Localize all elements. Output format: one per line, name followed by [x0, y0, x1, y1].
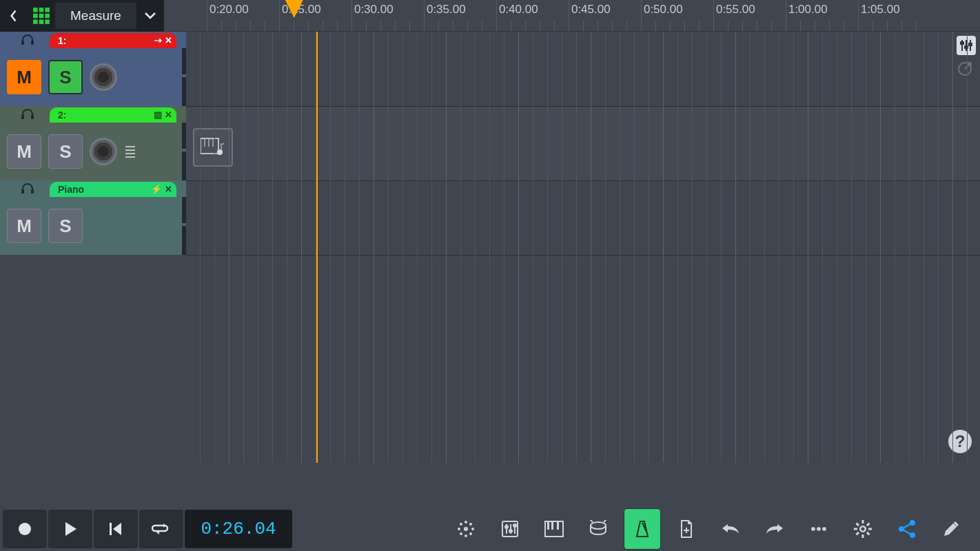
- svg-rect-8: [45, 19, 50, 23]
- close-icon[interactable]: ✕: [165, 184, 172, 194]
- svg-rect-17: [21, 189, 24, 194]
- svg-rect-12: [31, 115, 34, 119]
- hub-button[interactable]: [448, 509, 484, 549]
- ruler-tick-label: 0:50.00: [644, 3, 683, 17]
- svg-rect-27: [961, 42, 963, 44]
- headphones-icon[interactable]: [21, 183, 34, 195]
- fx-button[interactable]: [957, 59, 976, 79]
- headphones-icon[interactable]: [21, 34, 34, 46]
- svg-point-41: [460, 532, 462, 535]
- drum-button[interactable]: [580, 509, 616, 549]
- piano-keys-icon: ▥: [154, 110, 162, 120]
- svg-rect-53: [557, 521, 559, 530]
- svg-point-42: [469, 523, 472, 526]
- svg-rect-29: [969, 43, 972, 45]
- snap-mode-dropdown[interactable]: [136, 0, 164, 32]
- svg-point-47: [505, 526, 508, 528]
- solo-button[interactable]: S: [48, 134, 83, 169]
- svg-rect-7: [39, 19, 44, 23]
- midi-clip[interactable]: [193, 128, 233, 167]
- track-sidebar: 1: ⇢ ✕ M S: [0, 32, 186, 507]
- play-button[interactable]: [48, 510, 92, 548]
- svg-rect-10: [31, 41, 34, 45]
- svg-line-75: [904, 530, 910, 534]
- transport-bar: 0:26.04: [0, 507, 980, 551]
- svg-point-49: [513, 524, 516, 527]
- grid-snap-button[interactable]: [28, 0, 55, 32]
- svg-point-34: [464, 527, 468, 531]
- settings-button[interactable]: [845, 509, 881, 549]
- svg-rect-18: [31, 189, 34, 194]
- snap-mode-label[interactable]: Measure: [55, 3, 136, 29]
- svg-rect-19: [201, 138, 218, 154]
- track-2-number: 2:: [58, 110, 66, 121]
- time-display[interactable]: 0:26.04: [185, 510, 292, 548]
- svg-rect-6: [33, 19, 38, 23]
- solo-button[interactable]: S: [48, 60, 83, 94]
- ruler-tick-label: 0:35.00: [427, 3, 466, 17]
- mixer-button[interactable]: [957, 36, 976, 55]
- svg-point-61: [817, 527, 821, 531]
- playhead-line[interactable]: [316, 32, 318, 463]
- svg-rect-64: [862, 534, 864, 538]
- share-button[interactable]: [889, 509, 925, 549]
- headphones-icon[interactable]: [21, 108, 34, 121]
- record-button[interactable]: [3, 510, 47, 548]
- svg-rect-2: [45, 8, 50, 12]
- record-arm-button[interactable]: [90, 138, 117, 165]
- track-1[interactable]: 1: ⇢ ✕ M S: [0, 32, 186, 106]
- plug-icon: ⚡: [151, 184, 162, 194]
- notes-list-icon[interactable]: [124, 144, 136, 159]
- metronome-button[interactable]: [624, 509, 660, 549]
- loop-button[interactable]: [139, 510, 183, 548]
- svg-point-37: [458, 528, 460, 530]
- svg-point-39: [460, 523, 462, 526]
- svg-rect-68: [866, 532, 870, 536]
- mute-button[interactable]: M: [7, 60, 41, 94]
- svg-line-55: [590, 520, 593, 522]
- svg-rect-69: [866, 523, 870, 527]
- mute-button[interactable]: M: [7, 209, 41, 243]
- add-track-button[interactable]: [668, 509, 704, 549]
- track-3-name: Piano: [58, 184, 84, 195]
- ruler-tick-label: 0:55.00: [716, 3, 755, 17]
- track-2-tab[interactable]: 2: ▥ ✕: [50, 107, 176, 123]
- track-2[interactable]: 2: ▥ ✕ M S: [0, 106, 186, 180]
- timeline-ruler[interactable]: 0:20.000:25.000:30.000:35.000:40.000:45.…: [164, 0, 980, 32]
- svg-point-40: [469, 532, 472, 535]
- top-bar: Measure 0:20.000:25.000:30.000:35.000:40…: [0, 0, 980, 32]
- svg-rect-70: [855, 532, 859, 536]
- solo-button[interactable]: S: [48, 209, 83, 243]
- svg-rect-67: [855, 523, 859, 527]
- edit-tool-button[interactable]: [933, 509, 969, 549]
- svg-rect-63: [862, 520, 864, 523]
- svg-point-35: [465, 521, 467, 523]
- mute-button[interactable]: M: [7, 134, 41, 169]
- svg-rect-66: [868, 528, 872, 530]
- audio-wave-icon: ⇢: [154, 35, 162, 45]
- keyboard-button[interactable]: [536, 509, 572, 549]
- redo-button[interactable]: [757, 509, 793, 549]
- mixer-tool-button[interactable]: [492, 509, 528, 549]
- arrangement-grid[interactable]: ?: [186, 32, 980, 507]
- track-3[interactable]: Piano ⚡ ✕ M S: [0, 180, 186, 255]
- svg-rect-4: [39, 14, 44, 19]
- rewind-button[interactable]: [94, 510, 138, 548]
- record-arm-button[interactable]: [90, 63, 117, 91]
- undo-button[interactable]: [713, 509, 748, 549]
- svg-rect-11: [21, 115, 24, 119]
- track-3-tab[interactable]: Piano ⚡ ✕: [50, 182, 176, 197]
- ruler-tick-label: 0:40.00: [499, 3, 538, 17]
- svg-point-60: [811, 527, 815, 531]
- svg-point-48: [509, 530, 512, 532]
- track-1-tab[interactable]: 1: ⇢ ✕: [50, 33, 176, 48]
- close-icon[interactable]: ✕: [165, 35, 172, 45]
- svg-point-38: [471, 528, 474, 530]
- svg-rect-1: [39, 8, 44, 12]
- svg-point-54: [591, 522, 606, 529]
- more-button[interactable]: [801, 509, 837, 549]
- close-icon[interactable]: ✕: [165, 110, 172, 120]
- svg-rect-5: [45, 14, 50, 19]
- ruler-tick-label: 0:20.00: [210, 3, 249, 17]
- back-button[interactable]: [0, 0, 28, 32]
